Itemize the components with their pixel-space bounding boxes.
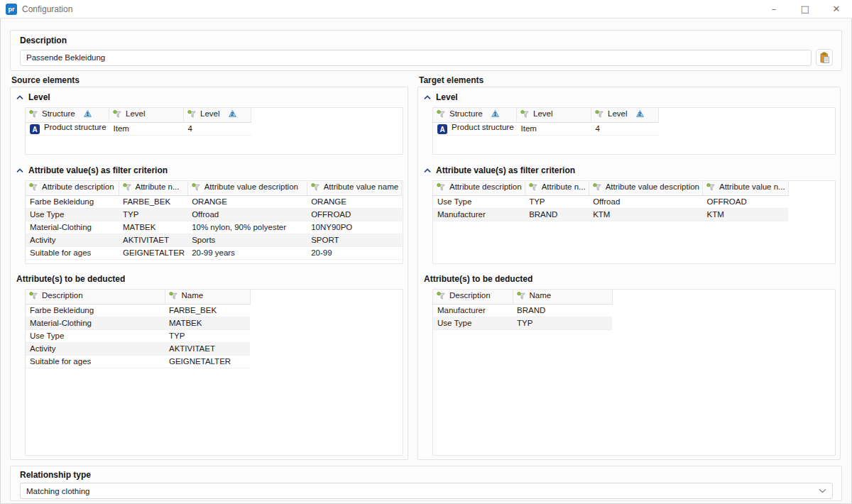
filter-icon[interactable] — [437, 292, 446, 302]
description-label: Description — [20, 35, 833, 45]
sort-ascending-icon: 2 — [636, 110, 644, 117]
description-input[interactable] — [20, 50, 812, 66]
filter-icon[interactable] — [29, 292, 38, 302]
grid-cell: KTM — [702, 208, 788, 221]
grid-cell: ORANGE — [307, 195, 401, 208]
target-elements-title: Target elements — [419, 75, 484, 85]
grid-column-header[interactable]: Structure1 — [26, 108, 109, 122]
grid-column-header[interactable]: Level2 — [184, 108, 251, 122]
grid-column-header[interactable]: Level — [517, 108, 591, 122]
grid-column-header[interactable]: Attribute n... — [525, 181, 589, 195]
source-elements-title: Source elements — [11, 75, 80, 85]
grid-row[interactable]: Use TypeTYPOffroadOFFROAD — [433, 195, 788, 208]
data-grid: DescriptionNameFarbe BekleidungFARBE_BEK… — [26, 290, 251, 368]
filter-icon[interactable] — [311, 183, 320, 193]
grid-row[interactable]: Use TypeTYP — [433, 317, 612, 329]
grid-header-row: Structure1LevelLevel2 — [26, 108, 251, 122]
filter-icon[interactable] — [437, 110, 446, 120]
grid-row[interactable]: Suitable for agesGEIGNETALTER20-99 years… — [26, 246, 402, 259]
target-panel: Level Structure1LevelLevel2AProduct stru… — [417, 87, 841, 460]
grid-header-row: Attribute descriptionAttribute n...Attri… — [26, 181, 402, 195]
grid-row[interactable]: AProduct structureItem4 — [26, 122, 251, 135]
grid-row[interactable]: Farbe BekleidungFARBE_BEKORANGEORANGE — [26, 195, 402, 208]
grid-header-row: DescriptionName — [26, 290, 250, 304]
grid-row[interactable]: Farbe BekleidungFARBE_BEK — [26, 304, 250, 317]
grid-row[interactable]: ManufacturerBRAND — [433, 304, 612, 317]
grid-column-header[interactable]: Name — [165, 290, 250, 304]
grid-cell: Material-Clothing — [26, 317, 165, 329]
grid-column-header[interactable]: Attribute value description — [187, 181, 307, 195]
grid-cell: 4 — [184, 122, 251, 135]
configuration-window: { "window": { "title": "Configuration", … — [0, 0, 852, 504]
target-filter-section-header[interactable]: Attribute value(s) as filter criterion — [424, 165, 836, 175]
grid-column-header[interactable]: Attribute description — [26, 181, 119, 195]
grid-cell: Manufacturer — [433, 208, 525, 221]
grid-cell: Activity — [26, 234, 119, 246]
filter-icon[interactable] — [595, 110, 604, 120]
minimize-button[interactable]: – — [758, 0, 790, 18]
grid-cell: Farbe Bekleidung — [26, 195, 119, 208]
section-title: Attribute value(s) as filter criterion — [436, 165, 575, 175]
grid-column-header[interactable]: Name — [513, 290, 612, 304]
relationship-type-select[interactable]: Matching clothing — [20, 483, 833, 499]
filter-icon[interactable] — [706, 183, 716, 193]
grid-row[interactable]: Material-ClothingMATBEK — [26, 317, 250, 329]
relationship-type-value: Matching clothing — [26, 487, 90, 495]
filter-icon[interactable] — [517, 292, 526, 302]
target-level-section-header[interactable]: Level — [424, 92, 836, 102]
grid-cell: Use Type — [433, 195, 525, 208]
grid-cell: KTM — [589, 208, 702, 221]
grid-cell: GEIGNETALTER — [165, 355, 250, 368]
grid-row[interactable]: Material-ClothingMATBEK10% nylon, 90% po… — [26, 221, 402, 234]
filter-icon[interactable] — [187, 110, 197, 120]
maximize-button[interactable]: □ — [790, 0, 821, 18]
filter-icon[interactable] — [29, 183, 38, 193]
grid-row[interactable]: Use TypeTYPOffroadOFFROAD — [26, 208, 402, 221]
source-level-section-header[interactable]: Level — [16, 92, 403, 102]
section-title: Attribute(s) to be deducted — [16, 274, 125, 284]
data-grid: Structure1LevelLevel2AProduct structureI… — [433, 108, 659, 136]
grid-column-header[interactable]: Structure1 — [433, 108, 517, 122]
grid-row[interactable]: ActivityAKTIVITAET — [26, 342, 250, 355]
clipboard-paste-icon — [819, 52, 831, 64]
grid-cell: TYP — [525, 195, 589, 208]
source-filter-section-header[interactable]: Attribute value(s) as filter criterion — [16, 165, 403, 175]
grid-cell: FARBE_BEK — [165, 304, 250, 317]
filter-icon[interactable] — [113, 110, 122, 120]
grid-cell: 10% nylon, 90% polyester — [187, 221, 307, 234]
filter-icon[interactable] — [529, 183, 538, 193]
grid-column-header[interactable]: Attribute n... — [119, 181, 187, 195]
grid-column-header[interactable]: Description — [433, 290, 513, 304]
grid-cell: Item — [109, 122, 184, 135]
app-icon: pr — [6, 4, 17, 15]
grid-row[interactable]: Suitable for agesGEIGNETALTER — [26, 355, 250, 368]
filter-icon[interactable] — [123, 183, 132, 193]
description-group: Description — [10, 30, 842, 71]
grid-cell: TYP — [165, 329, 250, 342]
data-grid: Structure1LevelLevel2AProduct structureI… — [26, 108, 251, 136]
filter-icon[interactable] — [593, 183, 602, 193]
grid-cell: GEIGNETALTER — [119, 246, 187, 259]
filter-icon[interactable] — [437, 183, 446, 193]
grid-row[interactable]: AProduct structureItem4 — [433, 122, 659, 135]
grid-row[interactable]: Use TypeTYP — [26, 329, 250, 342]
grid-column-header[interactable]: Level — [109, 108, 184, 122]
grid-row[interactable]: ActivityAKTIVITAETSportsSPORT — [26, 234, 402, 246]
filter-icon[interactable] — [192, 183, 201, 193]
grid-row[interactable]: ManufacturerBRANDKTMKTM — [433, 208, 788, 221]
grid-header-row: Structure1LevelLevel2 — [433, 108, 659, 122]
grid-column-header[interactable]: Description — [26, 290, 165, 304]
close-button[interactable]: ✕ — [821, 0, 852, 18]
grid-column-header[interactable]: Attribute value description — [589, 181, 702, 195]
grid-column-header[interactable]: Level2 — [591, 108, 659, 122]
grid-column-header[interactable]: Attribute value n... — [702, 181, 788, 195]
filter-icon[interactable] — [169, 292, 178, 302]
filter-icon[interactable] — [520, 110, 530, 120]
paste-button[interactable] — [816, 49, 833, 66]
grid-column-header[interactable]: Attribute value name — [307, 181, 401, 195]
grid-column-header[interactable]: Attribute description — [433, 181, 525, 195]
target-filter-grid: Attribute descriptionAttribute n...Attri… — [432, 180, 836, 264]
sort-ascending-icon: 1 — [84, 110, 92, 117]
filter-icon[interactable] — [29, 110, 38, 120]
grid-header-row: Attribute descriptionAttribute n...Attri… — [433, 181, 788, 195]
